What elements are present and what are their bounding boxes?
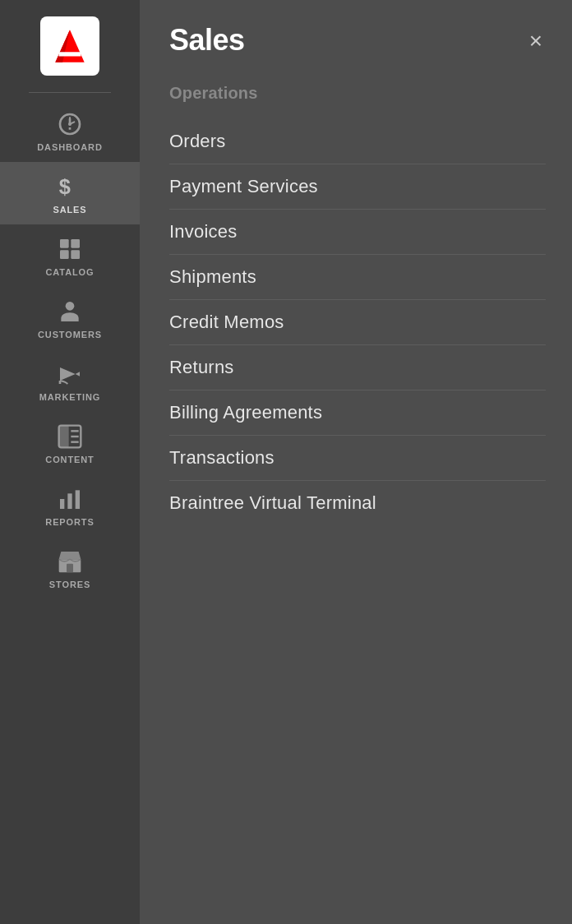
- menu-item-transactions[interactable]: Transactions: [169, 436, 546, 480]
- menu-item-orders[interactable]: Orders: [169, 119, 546, 164]
- svg-rect-19: [67, 493, 72, 509]
- sidebar-item-sales-label: SALES: [53, 205, 86, 215]
- svg-point-5: [68, 122, 72, 126]
- sidebar-item-content[interactable]: CONTENT: [0, 412, 140, 474]
- menu-item-shipments[interactable]: Shipments: [169, 255, 546, 299]
- sidebar-item-stores-label: STORES: [49, 580, 90, 589]
- menu-item-invoices[interactable]: Invoices: [169, 210, 546, 254]
- menu-item-braintree[interactable]: Braintree Virtual Terminal: [169, 481, 546, 525]
- customers-icon: [57, 298, 83, 325]
- dashboard-icon: [57, 111, 83, 137]
- svg-rect-20: [76, 490, 80, 509]
- sidebar-item-reports[interactable]: REPORTS: [0, 474, 140, 537]
- panel-title: Sales: [169, 23, 245, 58]
- sidebar-item-dashboard-label: DASHBOARD: [37, 142, 102, 152]
- catalog-icon: [57, 236, 83, 262]
- svg-rect-9: [60, 250, 69, 259]
- sidebar-item-customers[interactable]: CUSTOMERS: [0, 287, 140, 349]
- sidebar-item-catalog-label: CATALOG: [46, 267, 95, 277]
- menu-item-credit-memos[interactable]: Credit Memos: [169, 300, 546, 344]
- logo-box: [40, 16, 99, 76]
- panel-header: Sales ×: [169, 23, 546, 58]
- logo-area: [0, 0, 140, 89]
- menu-item-billing-agreements[interactable]: Billing Agreements: [169, 390, 546, 435]
- sales-icon: $: [57, 173, 83, 200]
- sidebar-item-marketing[interactable]: MARKETING: [0, 349, 140, 412]
- adobe-logo-icon: [48, 25, 91, 67]
- menu-item-payment-services[interactable]: Payment Services: [169, 164, 546, 209]
- sidebar-divider: [29, 92, 111, 93]
- sidebar: DASHBOARD $ SALES CATALOG CUSTOMERS: [0, 0, 140, 924]
- operations-section: Operations Orders Payment Services Invoi…: [169, 84, 546, 525]
- sidebar-item-customers-label: CUSTOMERS: [38, 330, 102, 340]
- sidebar-item-catalog[interactable]: CATALOG: [0, 224, 140, 287]
- svg-rect-14: [59, 426, 69, 448]
- sidebar-item-dashboard[interactable]: DASHBOARD: [0, 99, 140, 162]
- sidebar-item-reports-label: REPORTS: [45, 517, 94, 527]
- svg-point-11: [66, 302, 75, 311]
- marketing-icon: [57, 361, 83, 387]
- svg-text:$: $: [59, 175, 71, 198]
- stores-icon: [57, 548, 83, 575]
- menu-item-returns[interactable]: Returns: [169, 345, 546, 390]
- reports-icon: [57, 486, 83, 512]
- content-icon: [57, 423, 83, 450]
- svg-rect-10: [71, 250, 80, 259]
- svg-rect-18: [60, 499, 64, 509]
- close-button[interactable]: ×: [526, 26, 546, 56]
- sales-panel: Sales × Operations Orders Payment Servic…: [140, 0, 572, 924]
- sidebar-item-marketing-label: MARKETING: [39, 392, 101, 402]
- sidebar-item-stores[interactable]: STORES: [0, 537, 140, 599]
- svg-rect-8: [71, 239, 80, 248]
- sidebar-item-content-label: CONTENT: [45, 455, 94, 464]
- svg-rect-22: [67, 564, 73, 573]
- operations-heading: Operations: [169, 84, 546, 103]
- svg-rect-3: [58, 52, 81, 56]
- sidebar-item-sales[interactable]: $ SALES: [0, 162, 140, 224]
- svg-rect-7: [60, 239, 69, 248]
